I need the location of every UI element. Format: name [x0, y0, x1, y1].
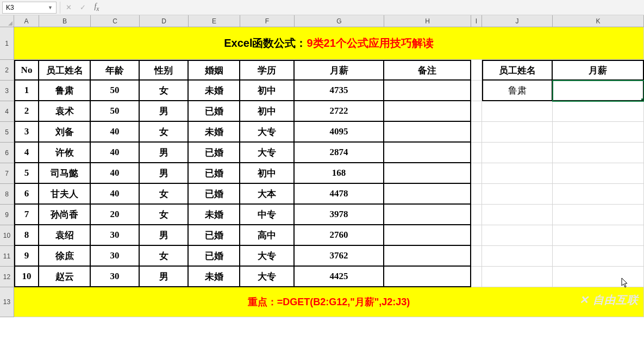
row-header-7[interactable]: 7	[0, 163, 14, 184]
cell-G6[interactable]: 2874	[295, 143, 384, 163]
row-header-8[interactable]: 8	[0, 184, 14, 205]
cell-J4[interactable]	[482, 101, 553, 122]
cell-F4[interactable]: 初中	[240, 101, 295, 122]
col-header-A[interactable]: A	[14, 15, 39, 27]
cell-C11[interactable]: 30	[91, 246, 140, 267]
cell-F10[interactable]: 高中	[240, 225, 295, 246]
cell-F6[interactable]: 大专	[240, 143, 295, 163]
header-gender[interactable]: 性别	[140, 60, 189, 81]
cell-H8[interactable]	[384, 184, 471, 205]
cell-J10[interactable]	[482, 225, 553, 246]
col-header-K[interactable]: K	[553, 15, 644, 27]
cell-C3[interactable]: 50	[91, 81, 140, 101]
cell-F5[interactable]: 大专	[240, 122, 295, 143]
cell-H4[interactable]	[384, 101, 471, 122]
cell-K4[interactable]	[553, 101, 644, 122]
cell-E6[interactable]: 已婚	[189, 143, 240, 163]
cell-B8[interactable]: 甘夫人	[39, 184, 91, 205]
cell-E12[interactable]: 未婚	[189, 267, 240, 287]
col-header-I[interactable]: I	[471, 15, 482, 27]
cell-K6[interactable]	[553, 143, 644, 163]
cell-H5[interactable]	[384, 122, 471, 143]
cell-F8[interactable]: 大本	[240, 184, 295, 205]
header-edu[interactable]: 学历	[240, 60, 295, 81]
lookup-header-name[interactable]: 员工姓名	[482, 60, 553, 81]
cell-K8[interactable]	[553, 184, 644, 205]
cell-G4[interactable]: 2722	[295, 101, 384, 122]
confirm-button[interactable]: ✓	[76, 2, 90, 14]
col-header-F[interactable]: F	[240, 15, 295, 27]
row-header-9[interactable]: 9	[0, 205, 14, 225]
cell-H9[interactable]	[384, 205, 471, 225]
cell-A3[interactable]: 1	[14, 81, 39, 101]
cell-B12[interactable]: 赵云	[39, 267, 91, 287]
col-header-G[interactable]: G	[295, 15, 384, 27]
cell-I4[interactable]	[471, 101, 482, 122]
cell-A9[interactable]: 7	[14, 205, 39, 225]
cell-H12[interactable]	[384, 267, 471, 287]
cell-B4[interactable]: 袁术	[39, 101, 91, 122]
row-header-2[interactable]: 2	[0, 60, 14, 81]
row-header-12[interactable]: 12	[0, 267, 14, 287]
cell-K10[interactable]	[553, 225, 644, 246]
lookup-value[interactable]: 鲁肃	[482, 81, 553, 101]
formula-input[interactable]	[104, 2, 644, 14]
cell-B7[interactable]: 司马懿	[39, 163, 91, 184]
cell-E3[interactable]: 未婚	[189, 81, 240, 101]
header-name[interactable]: 员工姓名	[39, 60, 91, 81]
cell-E9[interactable]: 未婚	[189, 205, 240, 225]
row-header-10[interactable]: 10	[0, 225, 14, 246]
cell-I9[interactable]	[471, 205, 482, 225]
cell-G11[interactable]: 3762	[295, 246, 384, 267]
cell-D8[interactable]: 女	[140, 184, 189, 205]
cell-F9[interactable]: 中专	[240, 205, 295, 225]
cell-F11[interactable]: 大专	[240, 246, 295, 267]
cell-D11[interactable]: 女	[140, 246, 189, 267]
cell-D4[interactable]: 男	[140, 101, 189, 122]
cell-G5[interactable]: 4095	[295, 122, 384, 143]
cell-F12[interactable]: 大专	[240, 267, 295, 287]
cell-G3[interactable]: 4735	[295, 81, 384, 101]
cell-J5[interactable]	[482, 122, 553, 143]
cell-D6[interactable]: 男	[140, 143, 189, 163]
cell-B3[interactable]: 鲁肃	[39, 81, 91, 101]
cell-C10[interactable]: 30	[91, 225, 140, 246]
cell-I7[interactable]	[471, 163, 482, 184]
cell-C4[interactable]: 50	[91, 101, 140, 122]
cell-D5[interactable]: 女	[140, 122, 189, 143]
cell-J7[interactable]	[482, 163, 553, 184]
cell-C9[interactable]: 20	[91, 205, 140, 225]
name-box[interactable]: K3 ▼	[2, 2, 57, 14]
cell-I11[interactable]	[471, 246, 482, 267]
cell-K5[interactable]	[553, 122, 644, 143]
cell-C7[interactable]: 40	[91, 163, 140, 184]
cell-G8[interactable]: 4478	[295, 184, 384, 205]
cell-H11[interactable]	[384, 246, 471, 267]
cell-B11[interactable]: 徐庶	[39, 246, 91, 267]
cell-E11[interactable]: 已婚	[189, 246, 240, 267]
col-header-B[interactable]: B	[39, 15, 91, 27]
cell-G9[interactable]: 3978	[295, 205, 384, 225]
cell-G12[interactable]: 4425	[295, 267, 384, 287]
cell-C12[interactable]: 30	[91, 267, 140, 287]
cell-I2[interactable]	[471, 60, 482, 81]
cell-J8[interactable]	[482, 184, 553, 205]
row-header-6[interactable]: 6	[0, 143, 14, 163]
row-header-1[interactable]: 1	[0, 27, 14, 60]
cell-J12[interactable]	[482, 267, 553, 287]
fx-button[interactable]: fx	[90, 2, 104, 14]
header-salary[interactable]: 月薪	[295, 60, 384, 81]
row-header-5[interactable]: 5	[0, 122, 14, 143]
col-header-H[interactable]: H	[384, 15, 471, 27]
cell-H3[interactable]	[384, 81, 471, 101]
cell-C5[interactable]: 40	[91, 122, 140, 143]
cell-H7[interactable]	[384, 163, 471, 184]
row-header-3[interactable]: 3	[0, 81, 14, 101]
header-remark[interactable]: 备注	[384, 60, 471, 81]
cell-A7[interactable]: 5	[14, 163, 39, 184]
cell-G7[interactable]: 168	[295, 163, 384, 184]
cell-I12[interactable]	[471, 267, 482, 287]
cell-D10[interactable]: 男	[140, 225, 189, 246]
cancel-button[interactable]: ✕	[61, 2, 76, 14]
cell-G10[interactable]: 2760	[295, 225, 384, 246]
